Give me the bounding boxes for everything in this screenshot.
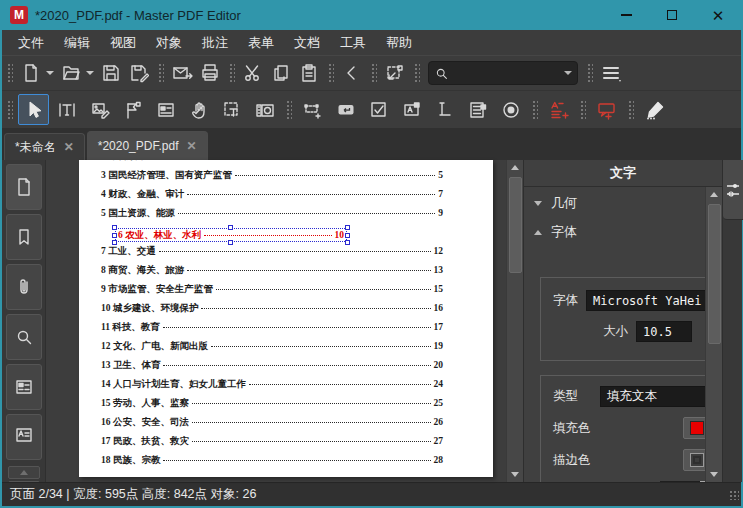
toolbar-grip[interactable] xyxy=(531,99,538,121)
document-scrollbar[interactable] xyxy=(506,160,523,482)
search-dropdown-icon[interactable] xyxy=(564,71,572,75)
type-dropdown[interactable]: 填充文本 xyxy=(600,386,705,407)
menu-item[interactable]: 帮助 xyxy=(376,31,422,55)
edit-image-tool[interactable] xyxy=(84,94,115,125)
toolbar-grip[interactable] xyxy=(6,99,13,121)
checkbox-tool[interactable] xyxy=(363,94,394,125)
tab-2020-pdf[interactable]: *2020_PDF.pdf ✕ xyxy=(87,131,208,160)
menu-item[interactable]: 对象 xyxy=(146,31,192,55)
menu-item[interactable]: 编辑 xyxy=(54,31,100,55)
toolbar-grip[interactable] xyxy=(327,62,334,84)
back-button[interactable] xyxy=(338,59,366,87)
edit-path-tool[interactable] xyxy=(117,94,148,125)
minimize-button[interactable] xyxy=(603,0,649,30)
text-field-tool[interactable] xyxy=(297,94,328,125)
toolbar-grip[interactable] xyxy=(6,62,13,84)
edit-text-tool[interactable] xyxy=(51,94,82,125)
menu-item[interactable]: 工具 xyxy=(330,31,376,55)
form-fields-panel-button[interactable] xyxy=(6,364,42,410)
fill-color-button[interactable] xyxy=(683,417,705,439)
paste-icon xyxy=(299,63,319,83)
document-view[interactable]: 2 综合政务33 国民经济管理、国有资产监管54 财政、金融、审计75 国土资源… xyxy=(46,160,523,482)
tab-untitled[interactable]: *未命名 ✕ xyxy=(4,133,85,160)
combobox-tool[interactable] xyxy=(396,94,427,125)
email-button[interactable] xyxy=(168,59,196,87)
cut-button[interactable] xyxy=(239,59,267,87)
search-box[interactable] xyxy=(428,61,578,85)
maximize-button[interactable] xyxy=(649,0,695,30)
selection-handle[interactable] xyxy=(112,233,117,238)
toolbar-grip[interactable] xyxy=(579,99,586,121)
panel-scrollbar[interactable] xyxy=(705,187,722,482)
scrollbar-thumb[interactable] xyxy=(509,177,522,273)
line-width-value[interactable]: 1 xyxy=(660,481,700,482)
save-as-button[interactable] xyxy=(125,59,153,87)
selection-handle[interactable] xyxy=(345,233,350,238)
toolbar-grip[interactable] xyxy=(586,62,593,84)
main-menu-button[interactable] xyxy=(597,59,625,87)
properties-panel-button[interactable] xyxy=(6,414,42,460)
selection-handle[interactable] xyxy=(228,225,233,230)
radio-button-tool[interactable] xyxy=(495,94,526,125)
print-button[interactable] xyxy=(196,59,224,87)
panel-scrollbar-thumb[interactable] xyxy=(708,204,721,344)
button-tool[interactable] xyxy=(330,94,361,125)
menu-item[interactable]: 文件 xyxy=(8,31,54,55)
menu-item[interactable]: 表单 xyxy=(238,31,284,55)
font-size-input[interactable]: 10.5 xyxy=(636,321,692,342)
open-button[interactable] xyxy=(57,59,85,87)
copy-button[interactable] xyxy=(267,59,295,87)
toolbar-grip[interactable] xyxy=(157,62,164,84)
edit-forms-tool[interactable] xyxy=(150,94,181,125)
new-document-dropdown[interactable] xyxy=(46,71,54,75)
new-document-button[interactable] xyxy=(17,59,45,87)
menu-item[interactable]: 批注 xyxy=(192,31,238,55)
panel-scroll-up-button[interactable] xyxy=(706,187,723,202)
highlight-text-tool[interactable] xyxy=(543,94,574,125)
menu-item[interactable]: 文档 xyxy=(284,31,330,55)
toolbar-grip[interactable] xyxy=(228,62,235,84)
pdf-page[interactable]: 2 综合政务33 国民经济管理、国有资产监管54 财政、金融、审计75 国土资源… xyxy=(79,160,493,477)
search-panel-button[interactable] xyxy=(6,314,42,360)
callout-tool[interactable] xyxy=(591,94,622,125)
line-width-dropdown-button[interactable] xyxy=(700,481,705,482)
stroke-color-button[interactable] xyxy=(683,449,705,471)
thumbnails-panel-button[interactable] xyxy=(6,164,42,210)
scroll-up-button[interactable] xyxy=(507,160,524,175)
paste-button[interactable] xyxy=(295,59,323,87)
resize-grip[interactable] xyxy=(729,490,739,500)
selection-handle[interactable] xyxy=(345,225,350,230)
section-geometry[interactable]: 几何 xyxy=(524,187,705,216)
selection-handle[interactable] xyxy=(112,225,117,230)
save-button[interactable] xyxy=(97,59,125,87)
highlight-text-icon xyxy=(548,100,570,120)
open-dropdown[interactable] xyxy=(86,71,94,75)
toolbar-grip[interactable] xyxy=(413,62,420,84)
line-width-spinner[interactable]: 1 xyxy=(660,481,705,482)
scroll-down-button[interactable] xyxy=(507,467,524,482)
selected-text-object[interactable]: 6 农业、林业、水利10 xyxy=(115,228,347,242)
toolbar-grip[interactable] xyxy=(627,99,634,121)
hand-tool[interactable] xyxy=(183,94,214,125)
attachments-panel-button[interactable] xyxy=(6,264,42,310)
listbox-tool[interactable] xyxy=(462,94,493,125)
close-button[interactable]: ✕ xyxy=(695,0,741,30)
toolbar-grip[interactable] xyxy=(285,99,292,121)
snapshot-tool[interactable] xyxy=(249,94,280,125)
zoom-selection-button[interactable] xyxy=(381,59,409,87)
panel-scroll-down-button[interactable] xyxy=(706,467,723,482)
select-area-tool[interactable] xyxy=(216,94,247,125)
eraser-tool[interactable] xyxy=(639,94,670,125)
close-tab-icon[interactable]: ✕ xyxy=(186,139,196,153)
toolbar-grip[interactable] xyxy=(370,62,377,84)
menu-item[interactable]: 视图 xyxy=(100,31,146,55)
signature-tool[interactable] xyxy=(429,94,460,125)
text-properties-tab[interactable] xyxy=(723,160,743,220)
select-tool[interactable] xyxy=(18,94,49,125)
bookmarks-panel-button[interactable] xyxy=(6,214,42,260)
font-name-input[interactable]: Microsoft YaHei xyxy=(586,290,705,311)
sidebar-scroll-up-button[interactable] xyxy=(8,466,40,479)
close-tab-icon[interactable]: ✕ xyxy=(64,140,74,154)
section-font[interactable]: 字体 xyxy=(524,216,705,245)
search-input[interactable] xyxy=(449,66,564,80)
